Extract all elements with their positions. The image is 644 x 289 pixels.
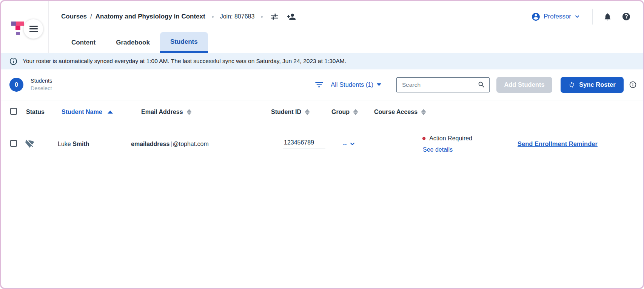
- app-window: Courses / Anatomy and Physiology in Cont…: [0, 0, 644, 289]
- breadcrumb-courses-link[interactable]: Courses: [61, 13, 87, 20]
- text-cursor: |: [171, 141, 172, 147]
- caret-down-icon: [377, 83, 381, 86]
- user-menu[interactable]: Professor: [531, 12, 580, 22]
- table-row: Luke Smith emailaddress|@tophat.com -- A…: [1, 124, 643, 164]
- sort-icon: [305, 109, 310, 115]
- sort-icon: [353, 109, 358, 115]
- search-icon: [478, 81, 485, 89]
- avatar-icon: [531, 12, 541, 22]
- deselect-button[interactable]: Deselect: [31, 85, 52, 92]
- student-last-name: Smith: [72, 141, 89, 147]
- person-add-icon: [287, 12, 296, 22]
- logo-rail: [1, 1, 49, 53]
- column-header-group[interactable]: Group: [331, 109, 374, 115]
- dot-separator: [212, 16, 214, 18]
- email-domain: @tophat.com: [173, 141, 208, 147]
- alert-icon: [422, 135, 426, 142]
- info-icon: [629, 81, 637, 89]
- access-status-label: Action Required: [429, 135, 472, 142]
- email-local-part: emailaddress: [131, 141, 169, 147]
- column-header-status[interactable]: Status: [26, 109, 62, 115]
- access-status: Action Required: [422, 135, 472, 142]
- user-menu-label: Professor: [544, 13, 571, 20]
- student-filter-label: All Students (1): [331, 81, 373, 88]
- hamburger-menu-button[interactable]: [23, 19, 43, 39]
- course-settings-button[interactable]: [270, 12, 279, 21]
- header-divider: [592, 9, 593, 25]
- send-enrollment-reminder-link[interactable]: Send Enrollment Reminder: [518, 140, 598, 147]
- column-header-course-access[interactable]: Course Access: [374, 109, 472, 115]
- students-count-label: Students: [31, 78, 52, 84]
- bell-icon: [603, 12, 612, 21]
- header-top-row: Courses / Anatomy and Physiology in Cont…: [49, 1, 643, 32]
- column-header-email[interactable]: Email Address: [141, 109, 271, 115]
- join-code: Join: 807683: [220, 13, 255, 20]
- search-input[interactable]: [401, 81, 478, 89]
- tab-content[interactable]: Content: [61, 32, 106, 53]
- header-right-group: Professor: [531, 9, 631, 25]
- filter-icon: [314, 80, 324, 90]
- column-header-student-id[interactable]: Student ID: [271, 109, 331, 115]
- chevron-down-icon: [574, 14, 580, 20]
- course-tabs: Content Gradebook Students: [49, 32, 643, 53]
- roster-sync-banner: Your roster is automatically synced ever…: [1, 53, 643, 69]
- student-name-cell: Luke Smith: [58, 141, 141, 148]
- roster-info-button[interactable]: [629, 81, 637, 89]
- tophat-logo[interactable]: [11, 22, 25, 35]
- row-checkbox[interactable]: [10, 140, 17, 147]
- sort-asc-icon: [108, 111, 113, 114]
- students-toolbar: 0 Students Deselect All Students (1) A: [1, 69, 643, 100]
- sync-icon: [569, 81, 575, 88]
- course-access-cell: Action Required See details: [422, 135, 472, 153]
- search-box[interactable]: [396, 77, 490, 92]
- column-header-student-name[interactable]: Student Name: [62, 109, 141, 115]
- selected-count-badge: 0: [9, 78, 23, 92]
- roster-sync-message: Your roster is automatically synced ever…: [23, 58, 346, 65]
- toolbar-right-group: All Students (1) Add Students Sync Roste…: [314, 77, 637, 93]
- offline-status-icon: [25, 139, 34, 149]
- select-all-checkbox[interactable]: [10, 108, 17, 115]
- breadcrumb: Courses / Anatomy and Physiology in Cont…: [61, 13, 205, 20]
- sliders-icon: [270, 12, 279, 21]
- help-button[interactable]: [622, 12, 631, 21]
- see-details-link[interactable]: See details: [423, 146, 453, 153]
- invite-students-button[interactable]: [287, 12, 296, 22]
- app-header: Courses / Anatomy and Physiology in Cont…: [1, 1, 643, 53]
- selection-labels: Students Deselect: [31, 78, 52, 92]
- student-filter-dropdown[interactable]: All Students (1): [331, 81, 381, 88]
- group-value: --: [343, 141, 347, 148]
- tab-students[interactable]: Students: [160, 32, 208, 53]
- filter-button[interactable]: [314, 80, 324, 90]
- row-select-cell: [10, 140, 26, 148]
- notifications-button[interactable]: [603, 12, 612, 21]
- page-title: Anatomy and Physiology in Context: [96, 13, 205, 20]
- tab-gradebook[interactable]: Gradebook: [106, 32, 160, 53]
- help-icon: [622, 12, 631, 21]
- add-students-button[interactable]: Add Students: [496, 77, 552, 93]
- sort-icon: [421, 109, 426, 115]
- email-cell[interactable]: emailaddress|@tophat.com: [131, 141, 271, 148]
- chevron-down-icon: [349, 141, 356, 147]
- student-id-cell: [271, 139, 331, 149]
- group-cell: --: [331, 141, 374, 148]
- breadcrumb-separator: /: [90, 13, 92, 20]
- sort-icon: [187, 109, 191, 115]
- students-table-header: Status Student Name Email Address Studen…: [1, 100, 643, 124]
- header-main: Courses / Anatomy and Physiology in Cont…: [49, 1, 643, 53]
- sync-roster-button[interactable]: Sync Roster: [561, 77, 624, 93]
- select-all-cell: [10, 108, 26, 116]
- student-id-input[interactable]: [283, 139, 325, 149]
- group-dropdown[interactable]: --: [343, 141, 356, 148]
- student-first-name: Luke: [58, 141, 71, 147]
- sync-roster-label: Sync Roster: [579, 81, 615, 88]
- status-cell: [25, 139, 62, 149]
- info-icon: [9, 57, 18, 66]
- dot-separator: [261, 16, 263, 18]
- row-action-cell: Send Enrollment Reminder: [472, 140, 643, 148]
- hamburger-icon: [29, 26, 38, 32]
